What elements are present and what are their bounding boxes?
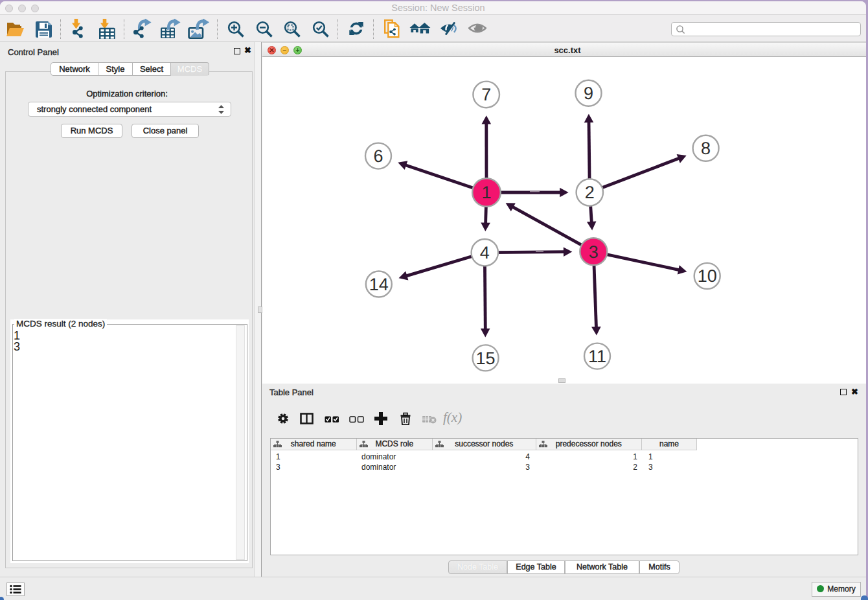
- svg-text:4: 4: [480, 243, 490, 262]
- svg-text:7: 7: [481, 85, 491, 104]
- svg-text:3: 3: [589, 242, 599, 262]
- svg-text:15: 15: [476, 349, 496, 368]
- svg-text:9: 9: [584, 84, 593, 103]
- svg-text:2: 2: [585, 183, 595, 202]
- svg-text:10: 10: [698, 266, 717, 286]
- svg-text:8: 8: [701, 139, 711, 158]
- svg-text:11: 11: [588, 347, 606, 366]
- svg-text:14: 14: [369, 275, 389, 294]
- svg-text:1: 1: [481, 183, 491, 202]
- svg-text:6: 6: [373, 146, 383, 166]
